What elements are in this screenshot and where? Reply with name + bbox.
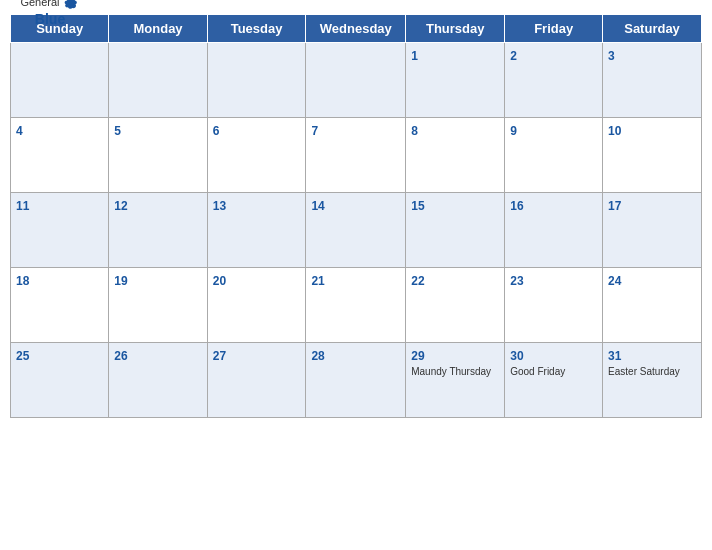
- calendar-week-row: 0000123: [11, 43, 702, 118]
- day-number: 28: [311, 349, 324, 363]
- day-number: 25: [16, 349, 29, 363]
- calendar-day-cell: 5: [109, 118, 207, 193]
- calendar-day-cell: 2: [505, 43, 603, 118]
- day-number: 3: [608, 49, 615, 63]
- calendar-header-row: SundayMondayTuesdayWednesdayThursdayFrid…: [11, 15, 702, 43]
- day-number: 31: [608, 349, 621, 363]
- day-number: 11: [16, 199, 29, 213]
- calendar-week-row: 18192021222324: [11, 268, 702, 343]
- calendar-day-cell: 6: [207, 118, 306, 193]
- day-number: 14: [311, 199, 324, 213]
- calendar-week-row: 11121314151617: [11, 193, 702, 268]
- calendar-day-cell: 8: [406, 118, 505, 193]
- day-number: 5: [114, 124, 121, 138]
- calendar-day-cell: 15: [406, 193, 505, 268]
- day-number: 30: [510, 349, 523, 363]
- weekday-header: Wednesday: [306, 15, 406, 43]
- day-number: 0: [213, 49, 220, 63]
- calendar-day-cell: 14: [306, 193, 406, 268]
- calendar-day-cell: 19: [109, 268, 207, 343]
- calendar-day-cell: 4: [11, 118, 109, 193]
- day-number: 1: [411, 49, 418, 63]
- calendar-day-cell: 9: [505, 118, 603, 193]
- event-label: Maundy Thursday: [411, 366, 499, 377]
- calendar-day-cell: 29Maundy Thursday: [406, 343, 505, 418]
- day-number: 2: [510, 49, 517, 63]
- calendar-day-cell: 12: [109, 193, 207, 268]
- calendar-day-cell: 13: [207, 193, 306, 268]
- calendar-day-cell: 16: [505, 193, 603, 268]
- day-number: 8: [411, 124, 418, 138]
- day-number: 0: [16, 49, 23, 63]
- calendar-day-cell: 22: [406, 268, 505, 343]
- calendar-table: SundayMondayTuesdayWednesdayThursdayFrid…: [10, 14, 702, 418]
- day-number: 9: [510, 124, 517, 138]
- calendar-day-cell: 1: [406, 43, 505, 118]
- day-number: 6: [213, 124, 220, 138]
- calendar-day-cell: 26: [109, 343, 207, 418]
- logo: General Blue: [10, 0, 90, 27]
- day-number: 26: [114, 349, 127, 363]
- calendar-day-cell: 18: [11, 268, 109, 343]
- calendar-day-cell: 27: [207, 343, 306, 418]
- calendar-day-cell: 28: [306, 343, 406, 418]
- weekday-header: Saturday: [603, 15, 702, 43]
- calendar-day-cell: 11: [11, 193, 109, 268]
- calendar-day-cell: 31Easter Saturday: [603, 343, 702, 418]
- calendar-day-cell: 23: [505, 268, 603, 343]
- logo-general: General: [20, 0, 59, 8]
- day-number: 10: [608, 124, 621, 138]
- event-label: Good Friday: [510, 366, 597, 377]
- calendar-day-cell: 0: [109, 43, 207, 118]
- calendar-day-cell: 7: [306, 118, 406, 193]
- day-number: 17: [608, 199, 621, 213]
- day-number: 12: [114, 199, 127, 213]
- calendar-week-row: 45678910: [11, 118, 702, 193]
- calendar-day-cell: 0: [306, 43, 406, 118]
- weekday-header: Friday: [505, 15, 603, 43]
- day-number: 21: [311, 274, 324, 288]
- day-number: 27: [213, 349, 226, 363]
- day-number: 0: [311, 49, 318, 63]
- calendar-day-cell: 30Good Friday: [505, 343, 603, 418]
- day-number: 7: [311, 124, 318, 138]
- calendar-body: 0000123456789101112131415161718192021222…: [11, 43, 702, 418]
- logo-bird-icon: [62, 0, 80, 11]
- calendar-day-cell: 0: [11, 43, 109, 118]
- logo-blue: Blue: [35, 11, 65, 27]
- day-number: 20: [213, 274, 226, 288]
- day-number: 15: [411, 199, 424, 213]
- calendar-day-cell: 10: [603, 118, 702, 193]
- weekday-header: Thursday: [406, 15, 505, 43]
- calendar-day-cell: 25: [11, 343, 109, 418]
- weekday-header: Tuesday: [207, 15, 306, 43]
- day-number: 4: [16, 124, 23, 138]
- day-number: 16: [510, 199, 523, 213]
- calendar-day-cell: 21: [306, 268, 406, 343]
- day-number: 18: [16, 274, 29, 288]
- day-number: 29: [411, 349, 424, 363]
- weekday-header: Monday: [109, 15, 207, 43]
- day-number: 0: [114, 49, 121, 63]
- day-number: 19: [114, 274, 127, 288]
- day-number: 13: [213, 199, 226, 213]
- day-number: 24: [608, 274, 621, 288]
- day-number: 22: [411, 274, 424, 288]
- calendar-day-cell: 0: [207, 43, 306, 118]
- calendar-day-cell: 20: [207, 268, 306, 343]
- calendar-day-cell: 24: [603, 268, 702, 343]
- calendar-day-cell: 17: [603, 193, 702, 268]
- calendar-day-cell: 3: [603, 43, 702, 118]
- day-number: 23: [510, 274, 523, 288]
- calendar-week-row: 2526272829Maundy Thursday30Good Friday31…: [11, 343, 702, 418]
- event-label: Easter Saturday: [608, 366, 696, 377]
